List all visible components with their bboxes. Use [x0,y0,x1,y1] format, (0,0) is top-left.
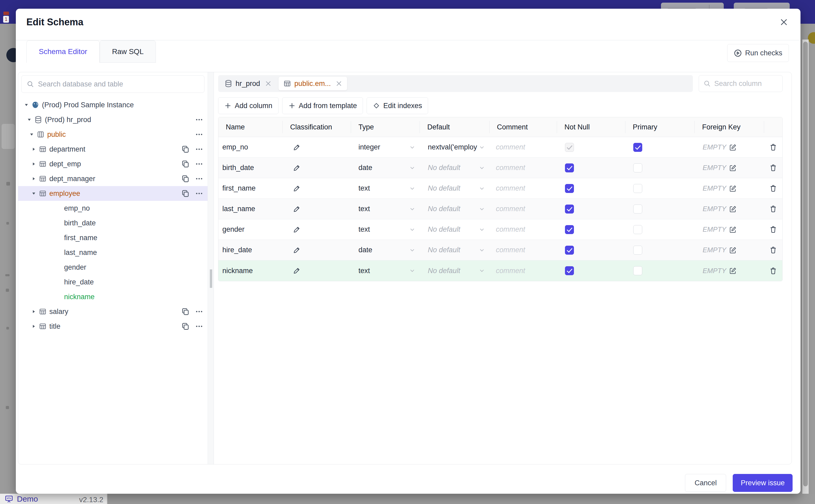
default-select[interactable]: No default [420,260,490,281]
delete-column-icon[interactable] [769,267,777,275]
edit-foreign-key-icon[interactable] [729,226,737,234]
primary-checkbox[interactable] [633,163,642,172]
default-select[interactable]: nextval('employ [420,137,490,157]
type-select[interactable]: date [351,158,420,178]
drag-handle-icon[interactable] [209,269,213,288]
edit-foreign-key-icon[interactable] [729,164,737,172]
more-actions-icon[interactable] [195,175,203,183]
delete-column-icon[interactable] [769,164,777,172]
tree-item[interactable]: gender [18,260,207,275]
tree-item[interactable]: emp_no [18,201,207,216]
default-select[interactable]: No default [420,178,490,198]
delete-column-icon[interactable] [769,143,777,151]
tree-chevron-icon[interactable] [46,235,51,241]
search-column-input[interactable] [699,75,783,92]
tree-chevron-icon[interactable] [26,117,32,123]
tree-item[interactable]: title [18,319,207,334]
primary-checkbox[interactable] [633,246,642,255]
tree-item[interactable]: hire_date [18,275,207,289]
run-checks-button[interactable]: Run checks [727,44,789,62]
tree-chevron-icon[interactable] [46,264,51,270]
tree-item[interactable]: nickname [18,289,207,304]
not-null-checkbox[interactable] [565,225,574,234]
comment-field[interactable]: comment [490,240,557,260]
pencil-icon[interactable] [293,226,301,234]
column-name-cell[interactable]: first_name [218,178,283,198]
toolbar-button[interactable]: Edit indexes [366,97,428,114]
tree-item[interactable]: first_name [18,230,207,245]
pencil-icon[interactable] [293,267,301,275]
copy-icon[interactable] [181,322,190,331]
tree-chevron-icon[interactable] [46,205,51,211]
tree-chevron-icon[interactable] [46,250,51,255]
tree-chevron-icon[interactable] [31,176,37,182]
more-actions-icon[interactable] [195,307,203,316]
not-null-checkbox[interactable] [565,184,574,193]
tree-item[interactable]: dept_manager [18,171,207,186]
toolbar-button[interactable]: Add from template [282,97,363,114]
more-actions-icon[interactable] [195,322,203,331]
copy-icon[interactable] [181,160,190,168]
close-tab-icon[interactable] [335,80,342,87]
tab[interactable]: Schema Editor [26,40,100,63]
edit-foreign-key-icon[interactable] [729,185,737,192]
column-name-cell[interactable]: nickname [218,260,283,281]
column-name-cell[interactable]: birth_date [218,158,283,178]
primary-checkbox[interactable] [633,143,642,152]
comment-field[interactable]: comment [490,178,557,198]
comment-field[interactable]: comment [490,137,557,157]
copy-icon[interactable] [181,307,190,316]
type-select[interactable]: integer [351,137,420,157]
more-actions-icon[interactable] [195,115,203,124]
tree-item[interactable]: salary [18,304,207,319]
column-name-cell[interactable]: last_name [218,199,283,219]
tree-item[interactable]: last_name [18,245,207,260]
more-actions-icon[interactable] [195,130,203,139]
not-null-checkbox[interactable] [565,143,574,152]
toolbar-button[interactable]: Add column [218,97,278,114]
not-null-checkbox[interactable] [565,266,574,275]
search-database-input[interactable] [21,75,204,93]
tree-item[interactable]: birth_date [18,216,207,230]
type-select[interactable]: text [351,219,420,240]
primary-checkbox[interactable] [633,266,642,275]
cancel-button[interactable]: Cancel [685,474,726,492]
not-null-checkbox[interactable] [565,205,574,214]
sidebar-resize-rail[interactable] [207,72,214,464]
comment-field[interactable]: comment [490,260,557,281]
tree-item[interactable]: employee [18,186,207,201]
copy-icon[interactable] [181,145,190,153]
column-name-cell[interactable]: hire_date [218,240,283,260]
demo-link[interactable]: Demo [5,495,38,503]
edit-foreign-key-icon[interactable] [729,143,737,151]
tree-chevron-icon[interactable] [31,161,37,167]
edit-foreign-key-icon[interactable] [729,267,737,275]
close-icon[interactable] [779,18,790,28]
pencil-icon[interactable] [293,246,301,254]
type-select[interactable]: text [351,199,420,219]
primary-checkbox[interactable] [633,184,642,193]
default-select[interactable]: No default [420,240,490,260]
tree-chevron-icon[interactable] [46,294,51,300]
pencil-icon[interactable] [293,164,301,172]
tree-item[interactable]: public [18,127,207,142]
comment-field[interactable]: comment [490,199,557,219]
more-actions-icon[interactable] [195,145,203,153]
tab[interactable]: Raw SQL [100,40,156,63]
tree-chevron-icon[interactable] [46,279,51,285]
tree-chevron-icon[interactable] [31,191,37,196]
not-null-checkbox[interactable] [565,246,574,255]
editor-tab-chip[interactable]: hr_prod [220,77,276,90]
default-select[interactable]: No default [420,199,490,219]
tree-chevron-icon[interactable] [31,323,37,329]
delete-column-icon[interactable] [769,246,777,254]
tree-item[interactable]: (Prod) Prod Sample Instance [18,98,207,112]
type-select[interactable]: text [351,260,420,281]
default-select[interactable]: No default [420,219,490,240]
type-select[interactable]: date [351,240,420,260]
pencil-icon[interactable] [293,143,301,151]
pencil-icon[interactable] [293,185,301,192]
tree-chevron-icon[interactable] [23,102,29,108]
tree-item[interactable]: department [18,142,207,157]
delete-column-icon[interactable] [769,184,777,192]
